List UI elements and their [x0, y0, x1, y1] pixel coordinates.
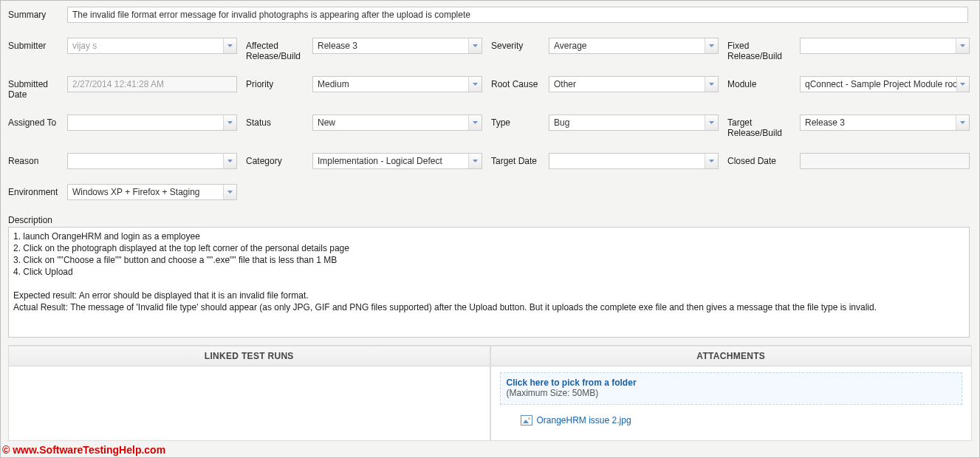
- submitted-date-input: [67, 76, 237, 92]
- affected-label: Affected Release/Build: [246, 38, 312, 61]
- module-combo[interactable]: qConnect - Sample Project Module root: [800, 76, 970, 92]
- root-cause-combo[interactable]: Other: [549, 76, 719, 92]
- bottom-panels: LINKED TEST RUNS ATTACHMENTS Click here …: [8, 345, 972, 441]
- chevron-down-icon[interactable]: [468, 77, 482, 92]
- priority-label: Priority: [246, 76, 312, 89]
- status-label: Status: [246, 115, 312, 128]
- closed-date-label: Closed Date: [727, 153, 800, 166]
- chevron-down-icon[interactable]: [223, 38, 236, 53]
- assigned-to-combo[interactable]: [67, 115, 237, 131]
- chevron-down-icon[interactable]: [956, 77, 969, 92]
- summary-input[interactable]: [67, 7, 968, 23]
- status-combo[interactable]: New: [312, 115, 482, 131]
- target-combo[interactable]: Release 3: [800, 115, 970, 131]
- assigned-to-label: Assigned To: [8, 115, 67, 128]
- fixed-combo[interactable]: [800, 38, 970, 54]
- severity-value: Average: [549, 41, 705, 51]
- affected-value: Release 3: [313, 41, 468, 51]
- attachment-link[interactable]: OrangeHRM issue 2.jpg: [537, 415, 631, 425]
- submitted-date-label: Submitted Date: [8, 76, 67, 100]
- reason-label: Reason: [8, 153, 67, 166]
- description-label: Description: [8, 215, 972, 225]
- root-cause-label: Root Cause: [491, 76, 549, 89]
- closed-date-input: [800, 153, 970, 169]
- category-value: Implementation - Logical Defect: [313, 156, 468, 166]
- fixed-label: Fixed Release/Build: [727, 38, 800, 61]
- submitter-value: vijay s: [68, 41, 223, 51]
- chevron-down-icon[interactable]: [468, 38, 482, 53]
- affected-combo[interactable]: Release 3: [312, 38, 482, 54]
- status-value: New: [313, 117, 468, 128]
- submitter-label: Submitter: [8, 38, 67, 51]
- attachment-row: OrangeHRM issue 2.jpg: [500, 415, 963, 425]
- category-label: Category: [246, 153, 312, 166]
- chevron-down-icon[interactable]: [705, 38, 718, 53]
- target-date-combo[interactable]: [549, 153, 719, 169]
- chevron-down-icon[interactable]: [223, 185, 236, 199]
- type-label: Type: [491, 115, 549, 128]
- chevron-down-icon[interactable]: [956, 115, 969, 130]
- reason-combo[interactable]: [67, 153, 237, 169]
- pick-from-folder-link[interactable]: Click here to pick from a folder: [507, 377, 956, 388]
- environment-combo[interactable]: Windows XP + Firefox + Staging: [67, 184, 237, 200]
- module-value: qConnect - Sample Project Module root: [801, 79, 956, 89]
- priority-combo[interactable]: Medium: [312, 76, 482, 92]
- chevron-down-icon[interactable]: [705, 77, 718, 92]
- root-cause-value: Other: [549, 79, 705, 89]
- target-value: Release 3: [801, 117, 956, 128]
- severity-combo[interactable]: Average: [549, 38, 719, 54]
- attachment-drop-zone[interactable]: Click here to pick from a folder (Maximu…: [500, 372, 963, 405]
- defect-form-frame: Summary Submitter vijay s Affected Relea…: [0, 0, 980, 458]
- summary-label: Summary: [8, 7, 67, 20]
- type-combo[interactable]: Bug: [549, 115, 719, 131]
- environment-label: Environment: [8, 184, 67, 197]
- watermark-text: © www.SoftwareTestingHelp.com: [2, 444, 165, 456]
- linked-test-runs-header: LINKED TEST RUNS: [9, 346, 490, 366]
- max-size-text: (Maximum Size: 50MB): [507, 388, 956, 398]
- chevron-down-icon[interactable]: [705, 154, 718, 168]
- linked-test-runs-panel: LINKED TEST RUNS: [8, 346, 490, 441]
- image-file-icon: [521, 415, 532, 425]
- target-date-label: Target Date: [491, 153, 549, 166]
- submitter-combo[interactable]: vijay s: [67, 38, 237, 54]
- priority-value: Medium: [313, 79, 468, 89]
- severity-label: Severity: [491, 38, 549, 51]
- chevron-down-icon[interactable]: [956, 38, 969, 53]
- linked-test-runs-body: [9, 366, 490, 440]
- type-value: Bug: [549, 117, 705, 128]
- target-label: Target Release/Build: [727, 115, 800, 138]
- chevron-down-icon[interactable]: [468, 154, 482, 168]
- category-combo[interactable]: Implementation - Logical Defect: [312, 153, 482, 169]
- chevron-down-icon[interactable]: [223, 115, 236, 130]
- chevron-down-icon[interactable]: [468, 115, 482, 130]
- module-label: Module: [727, 76, 800, 89]
- chevron-down-icon[interactable]: [223, 154, 236, 168]
- attachments-header: ATTACHMENTS: [491, 346, 972, 366]
- environment-value: Windows XP + Firefox + Staging: [68, 187, 223, 197]
- chevron-down-icon[interactable]: [705, 115, 718, 130]
- attachments-panel: ATTACHMENTS Click here to pick from a fo…: [490, 346, 973, 441]
- description-textarea[interactable]: 1. launch OrangeHRM and login as a emplo…: [8, 227, 970, 338]
